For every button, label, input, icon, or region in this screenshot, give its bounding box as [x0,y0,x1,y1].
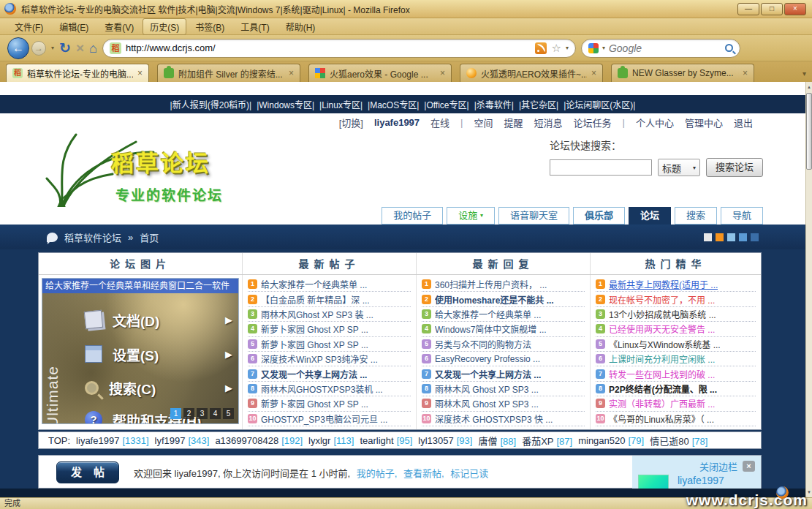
admin-center-link[interactable]: 管理中心 [685,116,723,129]
menu-edit[interactable]: 编辑(E) [52,18,96,35]
style-swatch[interactable] [739,233,747,241]
tab-my-posts[interactable]: 我的帖子 [382,207,443,225]
post-link[interactable]: 上课时间充分利用空闲账 ... [609,352,715,365]
close-button[interactable]: × [784,3,806,15]
style-swatch[interactable] [704,233,712,241]
list-item[interactable]: 3雨林木风Ghost XP SP3 装 ... [248,307,411,322]
list-item[interactable]: 7转发一些在网上找到的破 ... [596,366,756,381]
logout-link[interactable]: 退出 [734,116,753,129]
post-link[interactable]: Windows7简体中文旗舰增 ... [435,323,547,335]
tab-google-search[interactable]: 火狐aero效果 - Google ... × [308,64,452,82]
menu-tools[interactable]: 工具(T) [233,18,276,35]
menu-help[interactable]: 帮助(H) [278,18,323,35]
post-link[interactable]: 深度技术 GHOSTXPSP3 快 ... [435,412,553,425]
personal-center-link[interactable]: 个人中心 [636,116,674,129]
tab-clubs[interactable]: 俱乐部 [573,207,625,225]
section-link[interactable]: |Office专区| [424,98,468,110]
top-user[interactable]: lyf1997[343] [155,435,210,446]
search-bar[interactable]: ▾ [581,39,740,58]
list-item[interactable]: 8雨林木风GHOSTXPSP3装机 ... [248,382,411,396]
post-link[interactable]: 《Linux与XWindow系统基 ... [609,338,721,350]
post-link[interactable]: 雨林木风Ghost XP SP3 装 ... [261,308,373,320]
search-engine-caret[interactable]: ▾ [602,45,605,51]
top-user[interactable]: lyl13057[93] [418,435,472,446]
url-dropdown-caret[interactable]: ▾ [566,45,569,51]
forward-button[interactable]: → [31,41,46,56]
page-dot[interactable]: 2 [183,408,194,419]
post-link[interactable]: 使用Homeshare还是不能共 ... [435,293,554,306]
tab-aero-plugin[interactable]: 火狐透明AERO效果插件~... × [460,64,603,82]
menu-file[interactable]: 文件(F) [7,18,50,35]
bookmark-star-icon[interactable]: ☆ [551,42,561,54]
post-link[interactable]: 最新共享上网教程(适用于 ... [609,278,718,290]
tab-close-icon[interactable]: × [743,68,748,78]
top-user[interactable]: 情已逝80[78] [650,434,707,448]
tab-close-icon[interactable]: × [591,68,596,78]
switch-user-link[interactable]: [切换] [339,116,363,129]
post-link[interactable]: 转发一些在网上找到的破 ... [609,368,715,380]
list-item[interactable]: 7又发现一个共享上网方法 ... [422,366,585,381]
close-sidebar[interactable]: 关闭边栏 × [699,459,755,473]
list-item[interactable]: 6上课时间充分利用空闲账 ... [596,352,756,366]
section-link[interactable]: |论坛闲聊区(水区)| [564,98,635,110]
list-item[interactable]: 313个小妙招成就电脑系统 ... [596,307,756,322]
list-item[interactable]: 4已经使用两天无安全警告 ... [596,322,756,336]
list-item[interactable]: 2使用Homeshare还是不能共 ... [422,292,585,306]
tab-close-icon[interactable]: × [289,68,294,78]
section-link[interactable]: |Linux专区| [319,98,363,110]
search-input[interactable] [609,42,721,54]
list-item[interactable]: 6深度技术WinXP SP3纯净安 ... [248,352,411,366]
scroll-up-arrow[interactable]: ▲ [806,83,812,91]
list-item[interactable]: 9新萝卜家园 Ghost XP SP ... [248,396,411,411]
image-slideshow[interactable]: 给大家推荐一个经典菜单和经典窗口二合一软件 Ultimate 文档(D)▶ 设置… [42,278,239,424]
tab-forum-active[interactable]: 论坛 [629,207,671,225]
list-all-tabs-button[interactable]: ▾ [802,69,806,82]
post-link[interactable]: 已经使用两天无安全警告 ... [609,323,715,335]
post-link[interactable]: 雨林木风 Ghost XP SP3 ... [435,397,539,410]
list-item[interactable]: 2现在帐号不加密了，不用 ... [596,292,756,306]
page-dot[interactable]: 1 [170,408,181,419]
breadcrumb-page[interactable]: 首页 [140,230,159,244]
username[interactable]: liyafe1997 [374,117,420,128]
post-link[interactable]: 《鸟哥的Linux私房菜》（ ... [609,412,714,425]
search-type-select[interactable]: 标题 ▾ [658,159,700,176]
view-new-posts-link[interactable]: 查看新帖, [403,468,444,479]
breadcrumb-site[interactable]: 稻草软件论坛 [64,230,121,244]
menu-view[interactable]: 查看(V) [97,18,141,35]
close-icon[interactable]: × [743,461,755,472]
page-dot[interactable]: 3 [197,408,208,419]
post-link[interactable]: GHOSTXP_SP3电脑公司元旦 ... [261,412,387,425]
list-item[interactable]: 10《鸟哥的Linux私房菜》（ ... [596,412,756,426]
menu-bookmarks[interactable]: 书签(B) [188,18,232,35]
messages-link[interactable]: 短消息 [534,116,563,129]
top-user[interactable]: lyxlgr[113] [308,435,354,446]
tab-close-icon[interactable]: × [440,68,445,78]
list-item[interactable]: 9实测（非转载）广西最新 ... [596,396,756,411]
reminder-link[interactable]: 提醒 [504,116,523,129]
tab-navigation[interactable]: 导航 [721,207,763,225]
section-link[interactable]: |新人报到(得20稻币)| [170,98,252,110]
vertical-scrollbar[interactable]: ▲ ▼ [805,82,812,497]
list-item[interactable]: 8P2P终结者(分配流量、限 ... [596,382,756,396]
my-posts-link[interactable]: 我的帖子, [357,468,398,479]
tab-close-icon[interactable]: × [137,68,143,78]
post-link[interactable]: 13个小妙招成就电脑系统 ... [609,308,716,320]
tab-addons[interactable]: 附加组件 Silver 的搜索结... × [157,64,300,82]
post-link[interactable]: EasyRecovery Professio ... [435,354,540,364]
space-link[interactable]: 空间 [474,116,493,129]
quick-search-input[interactable] [550,159,652,176]
post-link[interactable]: 新萝卜家园 Ghost XP SP ... [261,397,368,410]
tab-forum[interactable]: 稻 稻草软件论坛-专业的电脑... × [6,64,149,82]
post-link[interactable]: 新萝卜家园 Ghost XP SP ... [261,338,368,350]
list-item[interactable]: 1最新共享上网教程(适用于 ... [596,277,756,292]
top-user[interactable]: tearlight[95] [360,435,412,446]
tab-search[interactable]: 搜索 [675,207,717,225]
top-user[interactable]: liyafe1997[1331] [76,435,148,446]
history-dropdown-caret[interactable]: ▾ [51,45,54,51]
post-link[interactable]: 新萝卜家园 Ghost XP SP ... [261,323,368,335]
scrollbar-thumb[interactable] [806,93,812,170]
post-link[interactable]: 又发现一个共享上网方法 ... [435,368,541,380]
post-link[interactable]: 现在帐号不加密了，不用 ... [609,293,715,306]
menu-history[interactable]: 历史(S) [143,18,186,35]
forum-search-button[interactable]: 搜索论坛 [706,158,763,177]
